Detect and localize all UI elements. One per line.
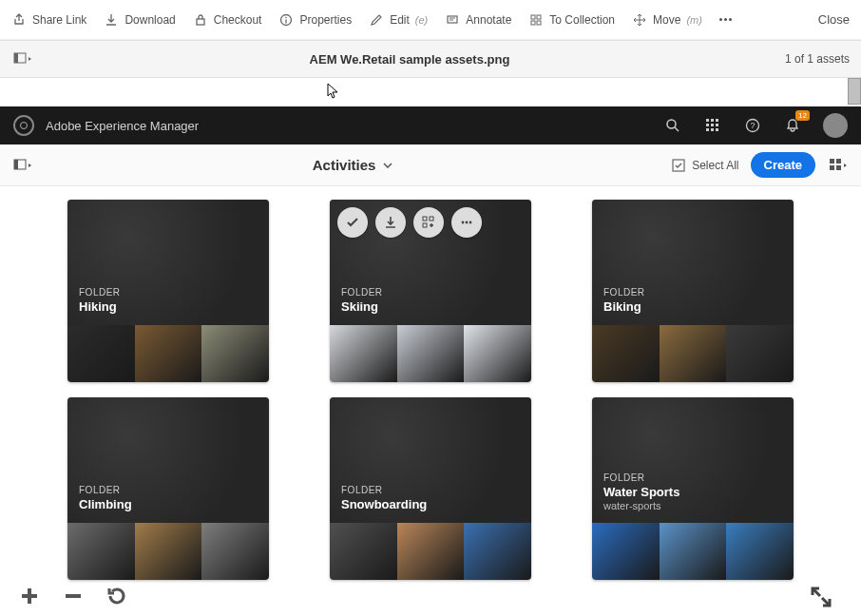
- move-label: Move: [653, 13, 680, 27]
- asset-title: AEM We.Retail sample assets.png: [34, 52, 785, 67]
- folder-thumbnails: [330, 325, 531, 382]
- svg-rect-29: [423, 217, 427, 221]
- svg-rect-6: [531, 21, 535, 25]
- create-button[interactable]: Create: [751, 152, 815, 178]
- svg-rect-9: [14, 53, 18, 63]
- chevron-down-icon: [383, 163, 392, 168]
- download-icon: [104, 12, 119, 28]
- checkout-button[interactable]: Checkout: [193, 12, 262, 28]
- folder-title: Water Sports: [603, 485, 782, 499]
- download-label: Download: [124, 13, 175, 27]
- pencil-icon: [369, 12, 384, 28]
- svg-rect-7: [537, 21, 541, 25]
- collection-action[interactable]: [413, 207, 444, 238]
- info-icon: [278, 12, 294, 28]
- aem-shell-header: Adobe Experience Manager ? 12: [0, 106, 861, 144]
- solutions-button[interactable]: [703, 116, 722, 135]
- folder-title: Skiing: [341, 299, 520, 314]
- folder-card[interactable]: FOLDERClimbing: [67, 397, 269, 580]
- folder-thumbnails: [330, 523, 531, 580]
- svg-rect-14: [706, 124, 709, 126]
- folder-type-label: FOLDER: [603, 472, 782, 483]
- close-button[interactable]: Close: [818, 12, 850, 27]
- svg-rect-23: [14, 160, 18, 169]
- svg-rect-13: [716, 119, 718, 122]
- svg-rect-17: [706, 128, 709, 131]
- notifications-button[interactable]: 12: [783, 116, 802, 135]
- svg-rect-12: [711, 119, 714, 122]
- svg-point-2: [286, 16, 288, 18]
- zoom-controls: [17, 584, 129, 608]
- properties-button[interactable]: Properties: [278, 12, 352, 28]
- lock-icon: [193, 12, 208, 28]
- move-button[interactable]: Move (m): [632, 12, 702, 28]
- edit-label: Edit: [390, 13, 410, 27]
- folder-card[interactable]: FOLDERBiking: [592, 200, 794, 382]
- breadcrumb-dropdown[interactable]: Activities: [34, 157, 671, 173]
- zoom-in-button[interactable]: [17, 584, 42, 608]
- svg-rect-25: [830, 159, 834, 164]
- download-action[interactable]: [375, 207, 406, 238]
- zoom-out-button[interactable]: [61, 584, 86, 608]
- share-link-button[interactable]: Share Link: [11, 12, 86, 28]
- folder-title: Hiking: [79, 299, 258, 314]
- folder-card[interactable]: FOLDERSkiing: [330, 200, 531, 382]
- svg-rect-30: [430, 217, 433, 221]
- collection-icon: [528, 12, 544, 28]
- svg-rect-26: [836, 159, 841, 164]
- select-action[interactable]: [337, 207, 368, 238]
- annotate-button[interactable]: Annotate: [445, 12, 511, 28]
- svg-rect-27: [830, 165, 834, 170]
- content-rail-toggle[interactable]: [11, 154, 34, 177]
- view-switcher[interactable]: [827, 154, 850, 177]
- edit-button[interactable]: Edit (e): [369, 12, 428, 28]
- search-button[interactable]: [663, 116, 682, 135]
- folder-thumbnails: [67, 325, 269, 382]
- to-collection-button[interactable]: To Collection: [528, 12, 615, 28]
- reset-zoom-button[interactable]: [105, 584, 129, 608]
- share-icon: [11, 12, 27, 28]
- notification-badge: 12: [795, 110, 810, 121]
- annotate-label: Annotate: [466, 13, 511, 27]
- folder-title: Biking: [603, 299, 782, 314]
- more-icon: [719, 18, 732, 21]
- svg-point-10: [667, 120, 676, 128]
- activities-toolbar: Activities Select All Create: [0, 144, 861, 186]
- svg-rect-19: [716, 128, 718, 131]
- cursor-icon: [327, 83, 340, 100]
- preview-spacer: [0, 78, 861, 106]
- svg-rect-31: [423, 223, 427, 227]
- asset-title-bar: AEM We.Retail sample assets.png 1 of 1 a…: [0, 40, 861, 78]
- svg-rect-5: [537, 15, 541, 19]
- svg-text:?: ?: [750, 121, 755, 130]
- folder-thumbnails: [592, 523, 794, 580]
- folder-grid: FOLDERHikingFOLDERSkiingFOLDERBikingFOLD…: [0, 186, 861, 593]
- more-actions-button[interactable]: [719, 18, 732, 21]
- left-rail-toggle[interactable]: [11, 48, 34, 70]
- scrollbar-thumb[interactable]: [848, 78, 861, 105]
- svg-rect-4: [531, 15, 535, 19]
- select-all-icon: [671, 158, 686, 173]
- folder-type-label: FOLDER: [341, 485, 520, 495]
- user-avatar[interactable]: [823, 113, 848, 138]
- aem-logo-icon[interactable]: [13, 115, 34, 136]
- asset-counter: 1 of 1 assets: [785, 52, 850, 66]
- svg-rect-11: [706, 119, 709, 122]
- download-button[interactable]: Download: [104, 12, 175, 28]
- edit-shortcut: (e): [415, 14, 428, 26]
- select-all-label: Select All: [692, 159, 738, 172]
- help-button[interactable]: ?: [743, 116, 762, 135]
- svg-point-34: [469, 221, 472, 224]
- folder-type-label: FOLDER: [79, 287, 258, 298]
- move-shortcut: (m): [686, 14, 702, 26]
- folder-card[interactable]: FOLDERSnowboarding: [330, 397, 531, 580]
- svg-rect-16: [716, 124, 718, 126]
- select-all-button[interactable]: Select All: [671, 158, 738, 173]
- more-action[interactable]: [451, 207, 482, 238]
- fullscreen-button[interactable]: [810, 586, 832, 608]
- folder-type-label: FOLDER: [79, 485, 258, 495]
- folder-card[interactable]: FOLDERWater Sportswater-sports: [592, 397, 794, 580]
- aem-product-name: Adobe Experience Manager: [46, 119, 642, 133]
- folder-thumbnails: [592, 325, 794, 382]
- folder-card[interactable]: FOLDERHiking: [67, 200, 269, 382]
